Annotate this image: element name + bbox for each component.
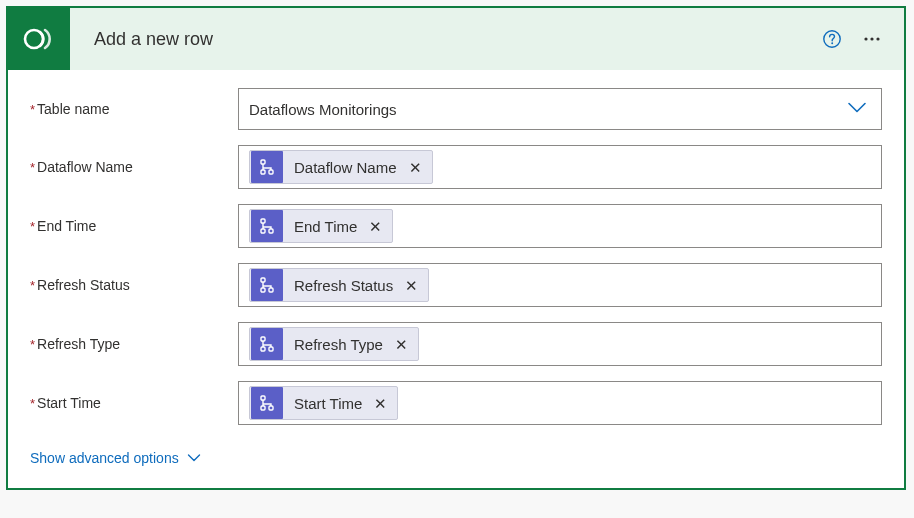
field-row-refresh-type: * Refresh Type Refresh Type ✕ [30,322,882,366]
svg-rect-16 [261,347,265,351]
token-remove-button[interactable]: ✕ [365,219,386,234]
svg-rect-18 [261,396,265,400]
action-card: Add a new row * Table name Dataflow [6,6,906,490]
ellipsis-icon [862,29,882,49]
chevron-down-icon [847,101,867,118]
token-label: End Time [294,218,357,235]
svg-point-4 [870,37,873,40]
svg-point-2 [831,42,833,44]
label-text: Table name [37,101,109,117]
svg-rect-9 [261,219,265,223]
refresh-status-input[interactable]: Refresh Status ✕ [238,263,882,307]
token-label: Refresh Status [294,277,393,294]
token-remove-button[interactable]: ✕ [391,337,412,352]
dynamic-content-icon [251,210,283,242]
field-row-end-time: * End Time End Time ✕ [30,204,882,248]
svg-point-5 [876,37,879,40]
token-refresh-type[interactable]: Refresh Type ✕ [249,327,419,361]
label-text: End Time [37,218,96,234]
card-header[interactable]: Add a new row [8,8,904,70]
svg-rect-8 [269,170,273,174]
advanced-options-label: Show advanced options [30,450,179,466]
required-indicator: * [30,396,35,411]
svg-rect-7 [261,170,265,174]
more-button[interactable] [856,23,888,55]
field-row-dataflow-name: * Dataflow Name Dataflow Name ✕ [30,145,882,189]
svg-rect-20 [269,406,273,410]
svg-rect-11 [269,229,273,233]
field-row-refresh-status: * Refresh Status Refresh Status ✕ [30,263,882,307]
svg-rect-12 [261,278,265,282]
label-refresh-type: * Refresh Type [30,336,238,352]
dynamic-content-icon [251,387,283,419]
dynamic-content-icon [251,269,283,301]
card-title: Add a new row [94,29,816,50]
label-end-time: * End Time [30,218,238,234]
label-start-time: * Start Time [30,395,238,411]
svg-rect-14 [269,288,273,292]
required-indicator: * [30,102,35,117]
dynamic-content-icon [251,328,283,360]
token-label: Start Time [294,395,362,412]
dropdown-value: Dataflows Monitorings [249,101,397,118]
refresh-type-input[interactable]: Refresh Type ✕ [238,322,882,366]
card-body: * Table name Dataflows Monitorings * Dat… [8,70,904,488]
token-start-time[interactable]: Start Time ✕ [249,386,398,420]
label-text: Refresh Status [37,277,130,293]
label-text: Refresh Type [37,336,120,352]
table-name-dropdown[interactable]: Dataflows Monitorings [238,88,882,130]
svg-rect-13 [261,288,265,292]
show-advanced-options-link[interactable]: Show advanced options [30,450,201,466]
label-text: Dataflow Name [37,159,133,175]
svg-rect-17 [269,347,273,351]
token-dataflow-name[interactable]: Dataflow Name ✕ [249,150,433,184]
token-end-time[interactable]: End Time ✕ [249,209,393,243]
required-indicator: * [30,278,35,293]
token-refresh-status[interactable]: Refresh Status ✕ [249,268,429,302]
token-label: Dataflow Name [294,159,397,176]
required-indicator: * [30,219,35,234]
label-dataflow-name: * Dataflow Name [30,159,238,175]
label-table-name: * Table name [30,101,238,117]
svg-rect-6 [261,160,265,164]
token-label: Refresh Type [294,336,383,353]
connector-icon [8,8,70,70]
svg-rect-15 [261,337,265,341]
token-remove-button[interactable]: ✕ [405,160,426,175]
label-text: Start Time [37,395,101,411]
start-time-input[interactable]: Start Time ✕ [238,381,882,425]
required-indicator: * [30,160,35,175]
svg-rect-19 [261,406,265,410]
dataflow-name-input[interactable]: Dataflow Name ✕ [238,145,882,189]
dynamic-content-icon [251,151,283,183]
required-indicator: * [30,337,35,352]
chevron-down-icon [187,453,201,463]
token-remove-button[interactable]: ✕ [401,278,422,293]
field-row-table-name: * Table name Dataflows Monitorings [30,88,882,130]
token-remove-button[interactable]: ✕ [370,396,391,411]
help-button[interactable] [816,23,848,55]
svg-rect-10 [261,229,265,233]
svg-point-3 [864,37,867,40]
label-refresh-status: * Refresh Status [30,277,238,293]
field-row-start-time: * Start Time Start Time ✕ [30,381,882,425]
end-time-input[interactable]: End Time ✕ [238,204,882,248]
